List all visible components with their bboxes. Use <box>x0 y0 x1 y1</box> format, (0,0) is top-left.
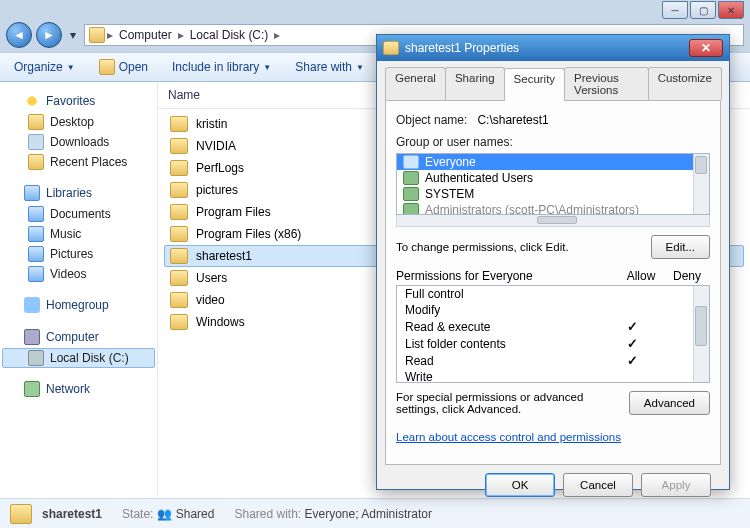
nav-history-dropdown[interactable]: ▾ <box>66 25 80 45</box>
disk-icon <box>28 350 44 366</box>
folder-icon <box>170 138 188 154</box>
group-name: Administrators (scott-PC\Administrators) <box>425 203 639 215</box>
drive-icon <box>89 27 105 43</box>
check-icon: ✓ <box>627 353 638 368</box>
file-name: pictures <box>196 183 238 197</box>
group-item[interactable]: Everyone <box>397 154 709 170</box>
advanced-text: For special permissions or advanced sett… <box>396 391 621 415</box>
window-maximize-button[interactable]: ▢ <box>690 1 716 19</box>
sidebar-computer[interactable]: Computer <box>2 326 155 348</box>
allow-column: Allow <box>618 269 664 283</box>
properties-dialog: sharetest1 Properties ✕ GeneralSharingSe… <box>376 34 730 490</box>
documents-icon <box>28 206 44 222</box>
sidebar-item-recent[interactable]: Recent Places <box>2 152 155 172</box>
folder-icon <box>170 314 188 330</box>
scrollbar-vertical[interactable] <box>693 286 709 382</box>
file-name: Users <box>196 271 227 285</box>
dialog-titlebar[interactable]: sharetest1 Properties ✕ <box>377 35 729 61</box>
change-permissions-text: To change permissions, click Edit. <box>396 241 643 253</box>
group-name: SYSTEM <box>425 187 474 201</box>
sidebar-network[interactable]: Network <box>2 378 155 400</box>
group-name: Authenticated Users <box>425 171 533 185</box>
permission-name: Modify <box>405 303 609 317</box>
permission-row: Write <box>397 369 709 385</box>
file-name: Program Files <box>196 205 271 219</box>
tab-general[interactable]: General <box>385 67 446 100</box>
nav-forward-button[interactable]: ► <box>36 22 62 48</box>
groups-label: Group or user names: <box>396 135 513 149</box>
sidebar-item-desktop[interactable]: Desktop <box>2 112 155 132</box>
edit-button[interactable]: Edit... <box>651 235 710 259</box>
group-item[interactable]: Authenticated Users <box>397 170 709 186</box>
folder-icon <box>383 41 399 55</box>
sidebar-item-local-disk[interactable]: Local Disk (C:) <box>2 348 155 368</box>
folder-icon <box>170 226 188 242</box>
organize-button[interactable]: Organize▼ <box>8 57 81 77</box>
downloads-icon <box>28 134 44 150</box>
status-file-name: sharetest1 <box>42 507 102 521</box>
folder-icon <box>170 160 188 176</box>
window-close-button[interactable]: ✕ <box>718 1 744 19</box>
sidebar-favorites[interactable]: Favorites <box>2 90 155 112</box>
object-name-value: C:\sharetest1 <box>477 113 548 127</box>
sidebar-item-pictures[interactable]: Pictures <box>2 244 155 264</box>
allow-cell: ✓ <box>609 319 655 334</box>
recent-icon <box>28 154 44 170</box>
scrollbar-vertical[interactable] <box>693 154 709 214</box>
allow-cell: ✓ <box>609 353 655 368</box>
open-button[interactable]: Open <box>93 56 154 78</box>
permission-name: Write <box>405 370 609 384</box>
group-item[interactable]: Administrators (scott-PC\Administrators) <box>397 202 709 215</box>
permission-row: List folder contents✓ <box>397 335 709 352</box>
network-icon <box>24 381 40 397</box>
sidebar-libraries[interactable]: Libraries <box>2 182 155 204</box>
learn-link[interactable]: Learn about access control and permissio… <box>396 431 621 443</box>
ok-button[interactable]: OK <box>485 473 555 497</box>
folder-open-icon <box>99 59 115 75</box>
permission-row: Read & execute✓ <box>397 318 709 335</box>
videos-icon <box>28 266 44 282</box>
folder-icon <box>170 182 188 198</box>
sidebar-item-downloads[interactable]: Downloads <box>2 132 155 152</box>
advanced-button[interactable]: Advanced <box>629 391 710 415</box>
permissions-listbox[interactable]: Full controlModifyRead & execute✓List fo… <box>396 285 710 383</box>
apply-button[interactable]: Apply <box>641 473 711 497</box>
permission-name: Read & execute <box>405 320 609 334</box>
permission-row: Full control <box>397 286 709 302</box>
check-icon: ✓ <box>627 319 638 334</box>
tab-previous-versions[interactable]: Previous Versions <box>564 67 649 100</box>
desktop-icon <box>28 114 44 130</box>
group-item[interactable]: SYSTEM <box>397 186 709 202</box>
cancel-button[interactable]: Cancel <box>563 473 633 497</box>
user-group-icon <box>403 187 419 201</box>
sidebar-item-videos[interactable]: Videos <box>2 264 155 284</box>
tab-customize[interactable]: Customize <box>648 67 722 100</box>
permissions-for-label: Permissions for Everyone <box>396 269 618 283</box>
computer-icon <box>24 329 40 345</box>
libraries-icon <box>24 185 40 201</box>
sidebar-item-music[interactable]: Music <box>2 224 155 244</box>
share-with-button[interactable]: Share with▼ <box>289 57 370 77</box>
pictures-icon <box>28 246 44 262</box>
sidebar-item-documents[interactable]: Documents <box>2 204 155 224</box>
dialog-close-button[interactable]: ✕ <box>689 39 723 57</box>
sidebar-homegroup[interactable]: Homegroup <box>2 294 155 316</box>
file-name: sharetest1 <box>196 249 252 263</box>
tab-security[interactable]: Security <box>504 68 566 101</box>
crumb-local-disk[interactable]: Local Disk (C:) <box>186 28 273 42</box>
file-name: video <box>196 293 225 307</box>
permission-row: Modify <box>397 302 709 318</box>
groups-listbox[interactable]: EveryoneAuthenticated UsersSYSTEMAdminis… <box>396 153 710 215</box>
crumb-computer[interactable]: Computer <box>115 28 176 42</box>
tab-sharing[interactable]: Sharing <box>445 67 505 100</box>
check-icon: ✓ <box>627 336 638 351</box>
file-name: NVIDIA <box>196 139 236 153</box>
scrollbar-horizontal[interactable] <box>396 215 710 227</box>
window-minimize-button[interactable]: ─ <box>662 1 688 19</box>
star-icon <box>24 93 40 109</box>
group-name: Everyone <box>425 155 476 169</box>
user-group-icon <box>403 203 419 215</box>
folder-icon <box>170 270 188 286</box>
include-in-library-button[interactable]: Include in library▼ <box>166 57 277 77</box>
nav-back-button[interactable]: ◄ <box>6 22 32 48</box>
